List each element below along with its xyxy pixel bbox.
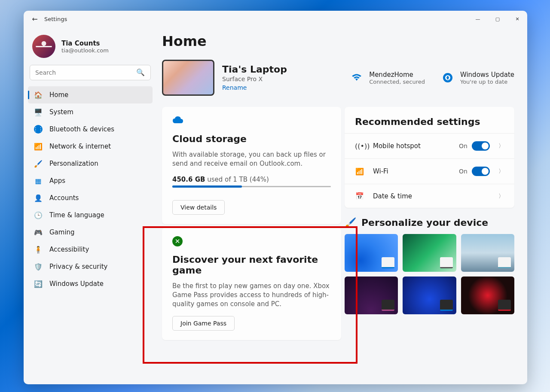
sidebar-item-time-language[interactable]: 🕒Time & language	[28, 207, 153, 224]
datetime-label: Date & time	[373, 192, 490, 200]
gamepass-desc: Be the first to play new games on day on…	[172, 282, 331, 308]
home-icon: 🏠	[34, 91, 43, 99]
brush-icon: 🖌️	[34, 159, 43, 168]
theme-tile-6[interactable]	[461, 277, 514, 314]
gamepass-title: Discover your next favorite game	[172, 254, 331, 276]
theme-grid	[345, 234, 514, 314]
sidebar-item-windows-update[interactable]: 🔄Windows Update	[28, 275, 153, 292]
paint-icon: 🖌️	[345, 217, 356, 228]
chevron-right-icon: 〉	[498, 192, 504, 200]
clock-icon: 🕒	[34, 211, 43, 219]
wifi-ssid: MendezHome	[369, 71, 425, 79]
wifi-toggle[interactable]	[472, 167, 490, 176]
sidebar-item-gaming[interactable]: 🎮Gaming	[28, 224, 153, 241]
maximize-button[interactable]: ▢	[488, 11, 507, 27]
nav-list: 🏠Home 🖥️System ⋮⋮Bluetooth & devices 📶Ne…	[28, 86, 153, 292]
cloud-storage-title: Cloud storage	[172, 134, 331, 144]
wifi-status-icon	[351, 72, 362, 83]
wifi-icon: 📶	[34, 142, 43, 151]
cloud-storage-desc: With available storage, you can back up …	[172, 150, 331, 168]
storage-progress-fill	[172, 185, 242, 188]
accessibility-icon: 🧍	[34, 245, 43, 254]
main-content: Home Tia's Laptop Surface Pro X Rename M…	[157, 27, 527, 384]
person-icon: 👤	[34, 194, 43, 202]
cards-grid: Cloud storage With available storage, yo…	[162, 107, 514, 343]
sidebar-item-system[interactable]: 🖥️System	[28, 103, 153, 121]
search-wrap: 🔍	[28, 65, 153, 86]
user-email: tia@outlook.com	[61, 47, 109, 54]
wifi-state: On	[459, 168, 468, 175]
chevron-right-icon: 〉	[498, 142, 504, 150]
gamepad-icon: 🎮	[34, 228, 43, 237]
wifi-status-chip[interactable]: MendezHome Connected, secured	[351, 71, 425, 85]
svg-point-0	[443, 73, 452, 82]
device-model: Surface Pro X	[222, 76, 287, 82]
device-name: Tia's Laptop	[222, 64, 287, 75]
user-account-row[interactable]: Tia Counts tia@outlook.com	[28, 31, 153, 65]
gamepass-card: ✕ Discover your next favorite game Be th…	[162, 228, 341, 340]
cloud-icon	[172, 115, 331, 126]
wifi-label: Wi-Fi	[373, 167, 450, 175]
bluetooth-icon: ⋮⋮	[34, 125, 43, 134]
personalize-section: 🖌️ Personalize your device	[345, 217, 514, 314]
sidebar: Tia Counts tia@outlook.com 🔍 🏠Home 🖥️Sys…	[24, 27, 157, 384]
sidebar-item-personalization[interactable]: 🖌️Personalization	[28, 155, 153, 172]
theme-tile-1[interactable]	[345, 234, 398, 272]
settings-window: ← Settings — ▢ ✕ Tia Counts tia@outlook.…	[24, 11, 527, 384]
hotspot-toggle-group: On	[459, 141, 490, 151]
update-substatus: You're up to date	[460, 79, 514, 85]
sidebar-item-apps[interactable]: ▦Apps	[28, 172, 153, 189]
theme-tile-5[interactable]	[403, 277, 456, 314]
theme-tile-4[interactable]	[345, 277, 398, 314]
update-status-chip[interactable]: Windows Update You're up to date	[442, 71, 514, 85]
sidebar-item-accessibility[interactable]: 🧍Accessibility	[28, 241, 153, 258]
sidebar-item-accounts[interactable]: 👤Accounts	[28, 189, 153, 207]
personalize-title: Personalize your device	[361, 217, 488, 228]
search-input[interactable]	[30, 65, 151, 80]
left-column: Cloud storage With available storage, yo…	[162, 107, 341, 343]
user-name: Tia Counts	[61, 40, 109, 47]
setting-row-hotspot[interactable]: ((•)) Mobile hotspot On 〉	[345, 133, 514, 158]
window-controls: — ▢ ✕	[468, 11, 527, 27]
xbox-icon: ✕	[172, 236, 331, 246]
device-thumbnail	[162, 60, 214, 96]
avatar	[32, 35, 55, 58]
chevron-right-icon: 〉	[498, 167, 504, 175]
wifi-substatus: Connected, secured	[369, 79, 425, 85]
wifi-toggle-group: On	[459, 167, 490, 176]
theme-tile-2[interactable]	[403, 234, 456, 272]
shield-icon: 🛡️	[34, 262, 43, 271]
app-title: Settings	[44, 16, 67, 22]
close-button[interactable]: ✕	[507, 11, 527, 27]
back-button[interactable]: ←	[29, 15, 41, 23]
update-status-icon	[442, 72, 453, 83]
hotspot-state: On	[459, 143, 468, 149]
system-icon: 🖥️	[34, 108, 43, 116]
rename-link[interactable]: Rename	[222, 84, 247, 91]
view-details-button[interactable]: View details	[172, 200, 225, 215]
personalize-header: 🖌️ Personalize your device	[345, 217, 514, 228]
join-gamepass-button[interactable]: Join Game Pass	[172, 316, 235, 331]
setting-row-datetime[interactable]: 📅 Date & time 〉	[345, 184, 514, 208]
sidebar-item-privacy[interactable]: 🛡️Privacy & security	[28, 258, 153, 275]
sidebar-item-bluetooth[interactable]: ⋮⋮Bluetooth & devices	[28, 121, 153, 138]
sidebar-item-home[interactable]: 🏠Home	[28, 86, 153, 103]
recommended-header: Recommended settings	[345, 107, 514, 133]
setting-row-wifi[interactable]: 📶 Wi-Fi On 〉	[345, 158, 514, 184]
recommended-settings-card: Recommended settings ((•)) Mobile hotspo…	[345, 107, 514, 208]
page-title: Home	[162, 33, 514, 49]
apps-icon: ▦	[34, 176, 43, 185]
device-info-row: Tia's Laptop Surface Pro X Rename Mendez…	[162, 60, 514, 96]
body: Tia Counts tia@outlook.com 🔍 🏠Home 🖥️Sys…	[24, 27, 527, 384]
minimize-button[interactable]: —	[468, 11, 488, 27]
sidebar-item-network[interactable]: 📶Network & internet	[28, 138, 153, 155]
recommended-title: Recommended settings	[355, 116, 504, 127]
calendar-icon: 📅	[355, 192, 364, 200]
right-column: Recommended settings ((•)) Mobile hotspo…	[345, 107, 514, 314]
hotspot-icon: ((•))	[355, 142, 364, 150]
hotspot-toggle[interactable]	[472, 141, 490, 151]
wifi-row-icon: 📶	[355, 167, 364, 176]
cloud-storage-card: Cloud storage With available storage, yo…	[162, 107, 341, 224]
hotspot-label: Mobile hotspot	[373, 142, 450, 150]
theme-tile-3[interactable]	[461, 234, 514, 272]
